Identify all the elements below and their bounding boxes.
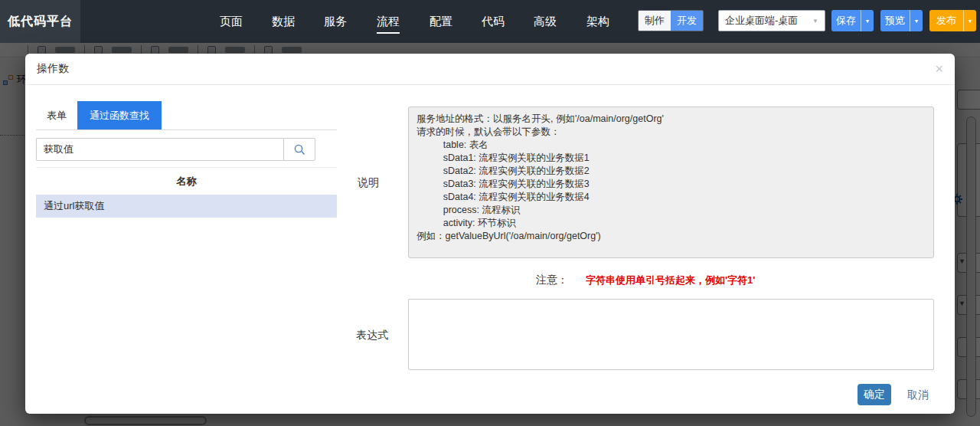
search-row (36, 138, 315, 161)
search-input[interactable] (36, 138, 283, 161)
caret-down-icon[interactable]: ▼ (963, 10, 976, 31)
nav-item-process[interactable]: 流程 (365, 0, 411, 43)
table-header-name: 名称 (36, 168, 337, 195)
mode-dev-option[interactable]: 开发 (671, 11, 703, 31)
chevron-down-icon: ▼ (812, 18, 818, 25)
search-button[interactable] (283, 138, 315, 161)
nav-item-advanced[interactable]: 高级 (522, 0, 568, 43)
expression-label: 表达式 (356, 329, 388, 342)
top-header: 低代码平台 页面 数据 服务 流程 配置 代码 高级 架构 制作 开发 企业桌面… (0, 0, 980, 43)
results-table: 名称 通过url获取值 (36, 167, 337, 218)
nav-item-architecture[interactable]: 架构 (575, 0, 621, 43)
preview-button[interactable]: 预览 ▼ (880, 10, 923, 31)
operand-modal: 操作数 × 表单 通过函数查找 名称 通过url获取值 说明 服务地址的格式：以… (25, 54, 955, 414)
preview-button-label: 预览 (880, 10, 910, 31)
description-box: 服务地址的格式：以服务名开头, 例如'/oa/main/org/getOrg' … (408, 106, 934, 258)
modal-header: 操作数 × (25, 54, 955, 85)
ok-button[interactable]: 确定 (858, 384, 891, 405)
expression-textarea[interactable] (408, 299, 934, 370)
mode-toggle: 制作 开发 (638, 10, 704, 31)
caret-down-icon[interactable]: ▼ (910, 10, 923, 31)
page-select-dropdown[interactable]: 企业桌面端-桌面 ▼ (718, 10, 825, 31)
publish-button-label: 发布 (929, 10, 963, 31)
tab-bar: 表单 通过函数查找 (36, 101, 337, 130)
nav-item-service[interactable]: 服务 (312, 0, 358, 43)
nav-item-page[interactable]: 页面 (208, 0, 254, 43)
modal-title: 操作数 (37, 62, 69, 76)
publish-button[interactable]: 发布 ▼ (929, 10, 976, 31)
tab-function-search[interactable]: 通过函数查找 (77, 101, 162, 129)
save-button-label: 保存 (831, 10, 861, 31)
table-row[interactable]: 通过url获取值 (36, 195, 337, 218)
nav-item-data[interactable]: 数据 (260, 0, 306, 43)
page-select-value: 企业桌面端-桌面 (725, 14, 798, 28)
nav-item-code[interactable]: 代码 (470, 0, 516, 43)
cancel-button[interactable]: 取消 (907, 388, 929, 402)
app-logo: 低代码平台 (0, 0, 80, 43)
note-label: 注意： (536, 274, 568, 287)
mode-make-option[interactable]: 制作 (639, 11, 671, 31)
search-icon (293, 143, 306, 156)
caret-down-icon[interactable]: ▼ (861, 10, 874, 31)
tab-form[interactable]: 表单 (36, 103, 77, 129)
modal-body: 表单 通过函数查找 名称 通过url获取值 说明 服务地址的格式：以服务名开头,… (25, 85, 955, 413)
save-button[interactable]: 保存 ▼ (831, 10, 874, 31)
close-icon[interactable]: × (935, 62, 943, 76)
description-label: 说明 (358, 176, 379, 190)
note-text: 字符串使用单引号括起来，例如'字符1' (586, 274, 755, 287)
nav-item-config[interactable]: 配置 (418, 0, 464, 43)
